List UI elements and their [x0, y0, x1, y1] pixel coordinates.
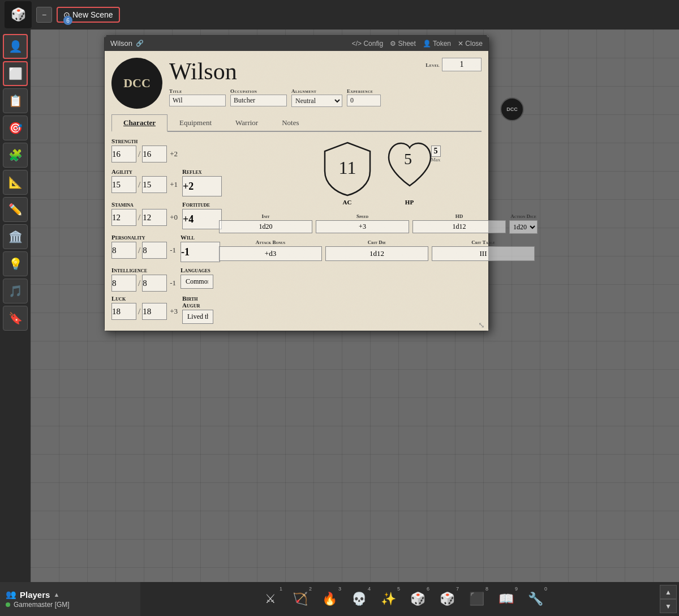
stamina-max[interactable] [142, 209, 167, 226]
new-scene-button[interactable]: ⊙ New Scene 6 [57, 7, 120, 23]
tab-notes[interactable]: Notes [270, 114, 311, 131]
fortitude-label: Fortitude [182, 201, 222, 208]
intelligence-max[interactable] [142, 275, 167, 292]
crit-die-label: Crit Die [368, 239, 386, 245]
right-stats: 11 AC 5 5 [219, 138, 538, 324]
strength-current[interactable] [111, 146, 136, 162]
sidebar-item-bulb[interactable]: 💡 [3, 251, 28, 276]
toolbar-btn-9[interactable]: 9📖 [492, 585, 520, 613]
agility-label: Agility [111, 168, 178, 175]
fortitude-save: Fortitude [182, 201, 222, 229]
sidebar-item-actors[interactable]: 👤 [3, 34, 28, 59]
token-2[interactable]: DCC [500, 97, 524, 121]
link-icon: 🔗 [136, 40, 144, 47]
toolbar-btn-4[interactable]: 4💀 [345, 585, 373, 613]
attack-bonus-stat: Attack Bonus [219, 239, 322, 261]
svg-text:5: 5 [404, 150, 412, 168]
config-button[interactable]: </> Config [352, 40, 383, 48]
title-label: Title [169, 88, 226, 94]
toolbar-btn-3[interactable]: 3🔥 [315, 585, 343, 613]
chevron-up-icon: ▲ [53, 591, 59, 598]
strength-max[interactable] [142, 146, 167, 162]
crit-die-input[interactable] [325, 246, 428, 261]
combat-row: Init Speed HD Action Dice [219, 213, 538, 234]
sidebar-item-building[interactable]: 🏛️ [3, 224, 28, 249]
luck-max[interactable] [142, 303, 167, 320]
stamina-label: Stamina [111, 201, 178, 208]
canvas-area: DCC DCC Wilson 🔗 </> Config ⚙ Sheet 👤 To… [31, 29, 679, 582]
sidebar-item-scenes[interactable]: ⬜ [3, 61, 28, 86]
toolbar-btn-6[interactable]: 6🎲 [403, 585, 432, 613]
ac-container: 11 AC [322, 140, 373, 206]
scroll-down-button[interactable]: ▼ [660, 599, 677, 613]
action-dice-stat: Action Dice 1d20 1d16 1d24 [509, 213, 538, 234]
scroll-up-button[interactable]: ▲ [660, 585, 677, 599]
level-input[interactable] [442, 58, 482, 71]
toolbar-btn-2[interactable]: 2🏹 [286, 585, 314, 613]
level-box: Level [426, 58, 482, 109]
occupation-input[interactable] [230, 95, 287, 106]
title-input[interactable] [169, 95, 226, 106]
attack-bonus-input[interactable] [219, 246, 322, 261]
reflex-input[interactable] [182, 176, 222, 196]
personality-mod: -1 [170, 246, 176, 255]
minimize-button[interactable]: − [36, 7, 52, 23]
will-input[interactable] [181, 242, 220, 262]
action-dice-label: Action Dice [510, 213, 536, 219]
scene-badge: 6 [63, 16, 72, 25]
languages-input[interactable] [181, 275, 213, 289]
sheet-button[interactable]: ⚙ Sheet [390, 40, 416, 48]
toolbar-btn-5[interactable]: 5✨ [374, 585, 402, 613]
reflex-save: Reflex [182, 168, 222, 196]
sidebar-item-music[interactable]: 🎵 [3, 279, 28, 303]
character-name[interactable]: Wilson [169, 58, 419, 85]
toolbar-btn-7[interactable]: 7🎲 [433, 585, 461, 613]
personality-current[interactable] [111, 242, 136, 259]
action-dice-select[interactable]: 1d20 1d16 1d24 [509, 220, 538, 234]
hp-heart[interactable]: 5 [384, 138, 435, 194]
intelligence-mod: -1 [170, 279, 176, 288]
crit-table-input[interactable] [432, 246, 535, 261]
ac-shield[interactable]: 11 [322, 140, 373, 196]
hd-input[interactable] [412, 220, 506, 233]
sidebar-item-journal[interactable]: 📋 [3, 88, 28, 113]
tab-warrior[interactable]: Warrior [224, 114, 270, 131]
speed-input[interactable] [316, 220, 409, 233]
alignment-select[interactable]: Neutral Lawful Chaotic [291, 95, 342, 107]
birth-augur-input[interactable] [182, 310, 213, 324]
resize-handle[interactable]: ⤡ [478, 320, 486, 328]
token-button[interactable]: 👤 Token [423, 40, 451, 48]
strength-stat: Strength / +2 [111, 138, 213, 162]
sidebar-item-compass[interactable]: 🎯 [3, 116, 28, 140]
toolbar-btn-0[interactable]: 0🔧 [521, 585, 549, 613]
tab-character[interactable]: Character [111, 114, 167, 132]
sidebar-item-ruler[interactable]: 📐 [3, 170, 28, 195]
sidebar-item-draw[interactable]: ✏️ [3, 197, 28, 222]
char-titlebar: Wilson 🔗 </> Config ⚙ Sheet 👤 Token ✕ Cl… [105, 36, 488, 51]
sidebar-item-bookmark[interactable]: 🔖 [3, 306, 28, 331]
close-button[interactable]: ✕ Close [458, 40, 483, 48]
speed-label: Speed [356, 213, 368, 219]
agility-current[interactable] [111, 176, 136, 193]
char-window-title: Wilson [110, 39, 132, 48]
init-input[interactable] [219, 220, 312, 233]
luck-current[interactable] [111, 303, 136, 320]
luck-augur-section: Luck / +3 Birth Augur [111, 295, 213, 324]
tab-equipment[interactable]: Equipment [167, 114, 224, 131]
personality-max[interactable] [142, 242, 167, 259]
stamina-current[interactable] [111, 209, 136, 226]
toolbar-btn-1[interactable]: 1⚔ [256, 585, 285, 613]
fortitude-input[interactable] [182, 209, 222, 229]
sidebar-item-items[interactable]: 🧩 [3, 143, 28, 168]
intelligence-current[interactable] [111, 275, 136, 292]
personality-label: Personality [111, 234, 176, 241]
toolbar-btn-8[interactable]: 8⬛ [462, 585, 491, 613]
experience-input[interactable] [347, 95, 381, 106]
will-save: Will [181, 234, 220, 262]
bottombar: 👥 Players ▲ Gamemaster [GM] 1⚔ 2🏹 3🔥 4💀 … [0, 582, 679, 616]
luck-label: Luck [111, 295, 178, 302]
init-label: Init [261, 213, 269, 219]
agility-max[interactable] [142, 176, 167, 193]
svg-text:11: 11 [338, 157, 356, 178]
intelligence-label: Intelligence [111, 267, 176, 273]
